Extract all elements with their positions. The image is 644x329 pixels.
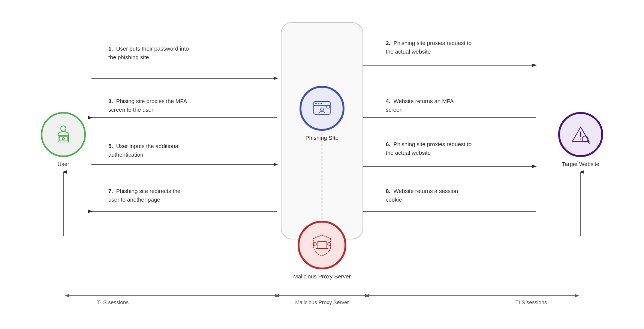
tls-left-label: TLS sessions [97,299,129,305]
dashed-connector [322,133,322,223]
phishing-icon [311,97,333,120]
target-label: Target Website [558,161,603,167]
proxy-icon [309,232,335,258]
svg-point-28 [328,242,331,245]
phishing-label: Phishing SIte [296,135,348,141]
svg-point-21 [318,103,319,104]
user-label: User [41,161,86,167]
step3-text: 3. Phising site proxies the MFA screen t… [108,97,191,114]
svg-point-24 [326,105,329,108]
svg-point-22 [321,103,322,104]
svg-point-17 [62,138,64,140]
user-circle [41,112,86,157]
step7-text: 7. Phishing site redirects the user to a… [108,187,191,204]
user-icon [52,123,75,146]
proxy-label: Malicious Proxy Server [288,273,356,280]
step5-text: 5. User inputs the additional authentica… [108,142,191,159]
step8-text: 8. Website returns a session cookie [386,187,468,204]
svg-rect-25 [317,242,327,248]
svg-point-23 [321,108,323,111]
svg-point-13 [61,126,66,131]
phishing-circle [300,86,344,131]
step4-text: 4. Website returns an MFA screen [386,97,468,114]
svg-point-27 [313,242,316,245]
svg-point-20 [315,103,317,104]
diagram-container: User Phishing SIte [0,0,644,329]
target-icon [569,123,592,146]
target-circle [558,112,603,157]
proxy-circle [298,221,346,269]
tls-right-label: TLS sessions [515,299,547,305]
step2-text: 2. Phishing site proxies request to the … [386,39,472,56]
main-area: User Phishing SIte [22,11,622,318]
svg-point-32 [580,139,581,140]
step1-text: 1. User puts their password into the phi… [108,45,191,61]
proxy-bottom-label: Malicious Proxy Server [295,299,349,305]
step6-text: 6. Phishing site proxies request to the … [386,140,472,157]
svg-rect-15 [59,136,67,141]
